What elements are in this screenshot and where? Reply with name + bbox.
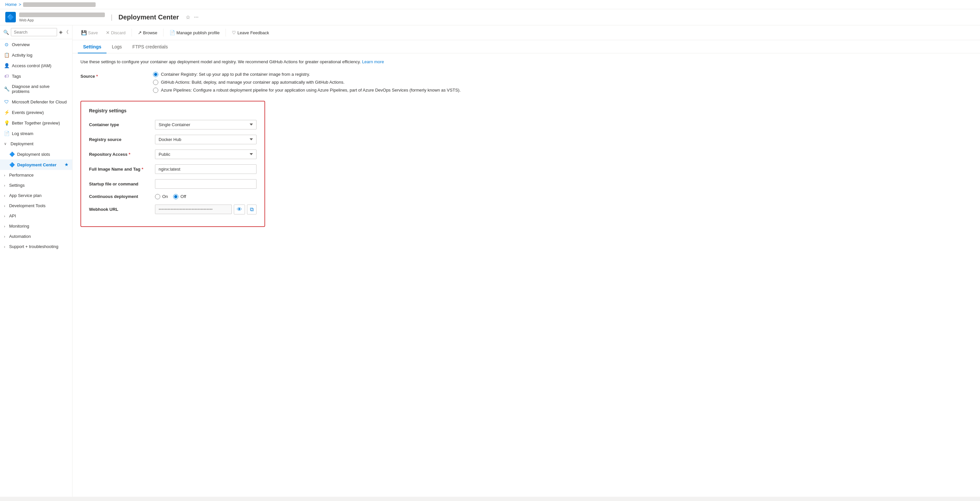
cd-on-radio[interactable] [155,194,160,199]
sidebar: 🔍 ◈ 《 ⊙ Overview 📋 Activity log 👤 Access… [0,25,73,497]
browse-label: Browse [143,30,157,35]
learn-more-link[interactable]: Learn more [362,59,384,64]
source-option-github-actions: GitHub Actions: Build, deploy, and manag… [153,80,972,85]
sidebar-item-tags[interactable]: 🏷 Tags [0,71,72,81]
sidebar-item-microsoft-defender-for-cloud[interactable]: 🛡 Microsoft Defender for Cloud [0,97,72,107]
content-area: Use these settings to configure your con… [73,53,980,497]
pin-icon[interactable]: ◈ [59,29,63,35]
cd-on-label[interactable]: On [155,194,168,199]
sidebar-nav: ⊙ Overview 📋 Activity log 👤 Access contr… [0,39,72,252]
save-button[interactable]: 💾 Save [78,28,101,37]
source-radio-container-registry[interactable] [153,72,158,77]
tab-ftps-credentials[interactable]: FTPS credentials [127,40,173,53]
more-options-icon[interactable]: ··· [194,14,199,21]
source-options: Container Registry: Set up your app to p… [153,72,972,95]
sidebar-item-development-tools[interactable]: › Development Tools [0,201,72,211]
repository-access-control: Public Private [155,149,256,159]
startup-file-input[interactable] [155,179,256,189]
container-type-row: Container type Single Container Docker C… [89,120,256,130]
starred-icon: ★ [65,162,68,167]
sidebar-item-performance[interactable]: › Performance [0,170,72,180]
nav-icon: 🛡 [4,99,9,105]
sidebar-search-container: 🔍 ◈ 《 [0,25,72,39]
leave-feedback-button[interactable]: ♡ Leave Feedback [229,28,272,37]
sidebar-item-label: Log stream [12,131,33,136]
collapse-icon[interactable]: 《 [64,29,68,35]
sidebar-group-label: Deployment [11,141,33,146]
sidebar-item-diagnose-and-solve-problems[interactable]: 🔧 Diagnose and solve problems [0,81,72,97]
sidebar-item-settings[interactable]: › Settings [0,180,72,190]
title-separator: | [111,14,113,21]
sidebar-item-automation[interactable]: › Automation [0,231,72,241]
cd-off-radio[interactable] [173,194,178,199]
registry-source-select[interactable]: Docker Hub Azure Container Registry Priv… [155,135,256,144]
source-option-container-registry: Container Registry: Set up your app to p… [153,72,972,77]
continuous-deployment-row: Continuous deployment On Off [89,194,256,199]
nav-icon: 🔷 [9,162,14,167]
favorite-icon[interactable]: ☆ [186,14,190,21]
sidebar-item-deployment-slots[interactable]: 🔷 Deployment slots [0,149,72,159]
nav-icon: 🔧 [4,86,9,92]
tab-settings[interactable]: Settings [78,40,107,53]
webhook-show-button[interactable]: 👁 [234,205,245,214]
source-row: Source * Container Registry: Set up your… [80,72,972,95]
continuous-deployment-control: On Off [155,194,256,199]
source-radio-azure-pipelines[interactable] [153,87,158,93]
source-radio-github-actions[interactable] [153,80,158,85]
source-option-label-github-actions[interactable]: GitHub Actions: Build, deploy, and manag… [161,80,345,85]
sidebar-item-label: Microsoft Defender for Cloud [12,100,67,105]
chevron-icon: › [4,173,5,177]
command-bar: 💾 Save ✕ Discard ↗ Browse 📄 Manage publi… [73,25,980,40]
startup-file-label: Startup file or command [89,181,155,186]
sidebar-item-api[interactable]: › API [0,211,72,221]
repository-access-select[interactable]: Public Private [155,149,256,159]
sidebar-item-monitoring[interactable]: › Monitoring [0,221,72,231]
sidebar-item-support--troubleshooting[interactable]: › Support + troubleshooting [0,241,72,252]
sidebar-item-deployment[interactable]: ∨ Deployment [0,139,72,149]
chevron-icon: › [4,194,5,198]
tab-logs[interactable]: Logs [107,40,127,53]
info-text: Use these settings to configure your con… [80,59,972,65]
sidebar-item-label: Tags [12,74,21,79]
repository-access-required: * [127,152,130,157]
sidebar-item-overview[interactable]: ⊙ Overview [0,39,72,50]
sidebar-group-label: API [9,214,16,219]
sidebar-item-better-together-preview[interactable]: 💡 Better Together (preview) [0,117,72,128]
nav-icon: 📋 [4,52,9,58]
sidebar-item-log-stream[interactable]: 📄 Log stream [0,128,72,139]
web-app-icon: 🔷 [7,14,14,21]
breadcrumb-home[interactable]: Home [5,2,17,7]
cd-off-label[interactable]: Off [173,194,186,199]
full-image-name-input[interactable] [155,164,256,174]
main-layout: 🔍 ◈ 《 ⊙ Overview 📋 Activity log 👤 Access… [0,25,980,497]
browse-button[interactable]: ↗ Browse [135,28,161,37]
sidebar-item-label: Diagnose and solve problems [12,84,68,94]
leave-feedback-label: Leave Feedback [237,30,269,35]
sidebar-item-label: Deployment slots [17,152,50,157]
sidebar-item-access-control-iam[interactable]: 👤 Access control (IAM) [0,60,72,71]
manage-publish-icon: 📄 [170,30,175,35]
sidebar-item-label: Access control (IAM) [12,63,51,68]
chevron-icon: › [4,245,5,249]
discard-icon: ✕ [106,30,110,35]
full-image-name-control [155,164,256,174]
container-type-select[interactable]: Single Container Docker Compose [155,120,256,130]
webhook-copy-button[interactable]: ⧉ [247,205,256,214]
sidebar-item-events-preview[interactable]: ⚡ Events (preview) [0,107,72,117]
sidebar-item-activity-log[interactable]: 📋 Activity log [0,50,72,60]
source-required: * [96,74,98,79]
manage-publish-profile-button[interactable]: 📄 Manage publish profile [166,28,223,37]
source-option-label-container-registry[interactable]: Container Registry: Set up your app to p… [161,72,310,77]
webhook-url-input[interactable] [155,205,232,214]
source-option-label-azure-pipelines[interactable]: Azure Pipelines: Configure a robust depl… [161,87,461,92]
nav-icon: ⚡ [4,110,9,115]
resource-info: Web App [19,13,105,22]
sidebar-item-deployment-center[interactable]: 🔷 Deployment Center ★ [0,159,72,170]
webhook-row: 👁 ⧉ [155,205,256,214]
registry-source-row: Registry source Docker Hub Azure Contain… [89,135,256,144]
discard-button[interactable]: ✕ Discard [103,28,129,37]
search-input[interactable] [11,28,57,36]
main-content: 💾 Save ✕ Discard ↗ Browse 📄 Manage publi… [73,25,980,497]
nav-icon: 💡 [4,120,9,125]
sidebar-item-app-service-plan[interactable]: › App Service plan [0,190,72,201]
